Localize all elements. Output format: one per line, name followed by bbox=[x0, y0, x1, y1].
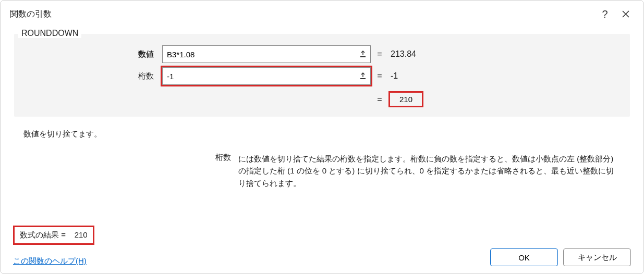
collapse-icon bbox=[359, 72, 367, 80]
description-arg-row: 桁数 には数値を切り捨てた結果の桁数を指定します。桁数に負の数を指定すると、数値… bbox=[23, 153, 626, 189]
dialog-title: 関数の引数 bbox=[10, 9, 594, 20]
formula-result-label: 数式の結果 = bbox=[20, 230, 66, 239]
equals-sign: = bbox=[371, 49, 388, 59]
description-block: 数値を切り捨てます。 桁数 には数値を切り捨てた結果の桁数を指定します。桁数に負… bbox=[14, 117, 630, 189]
collapse-button-number[interactable] bbox=[356, 46, 370, 63]
footer-left: 数式の結果 = 210 この関数のヘルプ(H) bbox=[13, 226, 490, 266]
titlebar: 関数の引数 ? bbox=[1, 1, 643, 26]
calc-result-value: 210 bbox=[399, 95, 412, 104]
arg-digits-input-wrap bbox=[162, 67, 371, 85]
arguments-fieldset: ROUNDDOWN 数値 = 213.84 桁数 bbox=[14, 34, 630, 117]
arg-number-label: 数値 bbox=[21, 49, 162, 59]
svg-rect-1 bbox=[360, 78, 366, 79]
close-icon bbox=[622, 10, 629, 18]
function-arguments-dialog: 関数の引数 ? ROUNDDOWN 数値 = 213.84 bbox=[0, 0, 644, 274]
cancel-button[interactable]: キャンセル bbox=[563, 248, 631, 266]
content-area: ROUNDDOWN 数値 = 213.84 桁数 bbox=[1, 26, 643, 216]
collapse-icon bbox=[359, 50, 367, 58]
close-button[interactable] bbox=[615, 6, 636, 22]
arg-row-number: 数値 = 213.84 bbox=[21, 45, 623, 63]
svg-rect-0 bbox=[360, 56, 366, 57]
footer: 数式の結果 = 210 この関数のヘルプ(H) OK キャンセル bbox=[1, 216, 643, 273]
footer-buttons: OK キャンセル bbox=[490, 248, 631, 266]
help-icon: ? bbox=[602, 8, 607, 20]
function-help-link[interactable]: この関数のヘルプ(H) bbox=[13, 256, 490, 266]
description-arg-name: 桁数 bbox=[23, 153, 238, 163]
arg-number-input-wrap bbox=[162, 45, 371, 63]
arg-digits-label: 桁数 bbox=[21, 71, 162, 81]
formula-result-highlight: 数式の結果 = 210 bbox=[13, 226, 94, 245]
arg-number-input[interactable] bbox=[162, 45, 371, 63]
collapse-button-digits[interactable] bbox=[356, 68, 370, 84]
formula-result-value: 210 bbox=[75, 230, 88, 239]
ok-button[interactable]: OK bbox=[490, 248, 558, 266]
arg-digits-result: -1 bbox=[388, 71, 398, 81]
arg-number-result: 213.84 bbox=[388, 49, 416, 59]
equals-sign: = bbox=[371, 95, 388, 104]
arg-digits-input[interactable] bbox=[162, 67, 371, 85]
function-name-label: ROUNDDOWN bbox=[18, 29, 81, 38]
help-button[interactable]: ? bbox=[594, 6, 615, 22]
description-arg-text: には数値を切り捨てた結果の桁数を指定します。桁数に負の数を指定すると、数値は小数… bbox=[238, 153, 626, 189]
calc-result-row: = 210 bbox=[21, 91, 623, 107]
calc-result-highlight: 210 bbox=[388, 91, 423, 107]
description-main: 数値を切り捨てます。 bbox=[23, 129, 626, 139]
arg-row-digits: 桁数 = -1 bbox=[21, 67, 623, 85]
equals-sign: = bbox=[371, 71, 388, 81]
